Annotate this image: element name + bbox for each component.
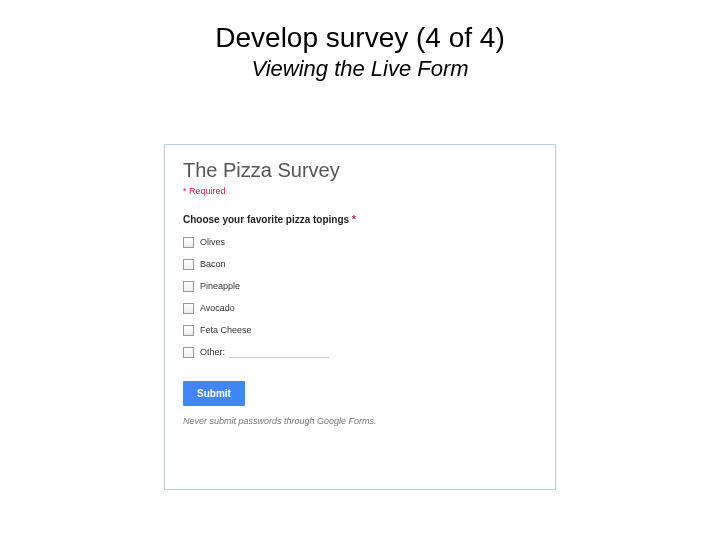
option-label: Feta Cheese (200, 325, 252, 335)
submit-button[interactable]: Submit (183, 381, 245, 406)
slide-title: Develop survey (4 of 4) (0, 0, 720, 54)
checkbox-icon[interactable] (183, 347, 194, 358)
slide-subtitle: Viewing the Live Form (0, 56, 720, 82)
form-preview: The Pizza Survey * Required Choose your … (164, 144, 556, 490)
option-row[interactable]: Avocado (183, 301, 537, 315)
form-title: The Pizza Survey (183, 159, 537, 182)
option-row[interactable]: Bacon (183, 257, 537, 271)
option-row-other[interactable]: Other: (183, 345, 537, 359)
checkbox-icon[interactable] (183, 281, 194, 292)
checkbox-icon[interactable] (183, 259, 194, 270)
question-text: Choose your favorite pizza topings (183, 214, 352, 225)
option-label: Olives (200, 237, 225, 247)
checkbox-icon[interactable] (183, 303, 194, 314)
option-row[interactable]: Pineapple (183, 279, 537, 293)
checkbox-icon[interactable] (183, 237, 194, 248)
option-other-label: Other: (200, 347, 225, 357)
checkbox-icon[interactable] (183, 325, 194, 336)
question-label: Choose your favorite pizza topings * (183, 214, 537, 225)
option-label: Bacon (200, 259, 226, 269)
other-input[interactable] (229, 346, 329, 358)
option-row[interactable]: Feta Cheese (183, 323, 537, 337)
footer-note: Never submit passwords through Google Fo… (183, 416, 537, 426)
required-note: * Required (183, 186, 537, 196)
option-label: Avocado (200, 303, 235, 313)
option-row[interactable]: Olives (183, 235, 537, 249)
option-label: Pineapple (200, 281, 240, 291)
required-asterisk: * (352, 214, 356, 225)
